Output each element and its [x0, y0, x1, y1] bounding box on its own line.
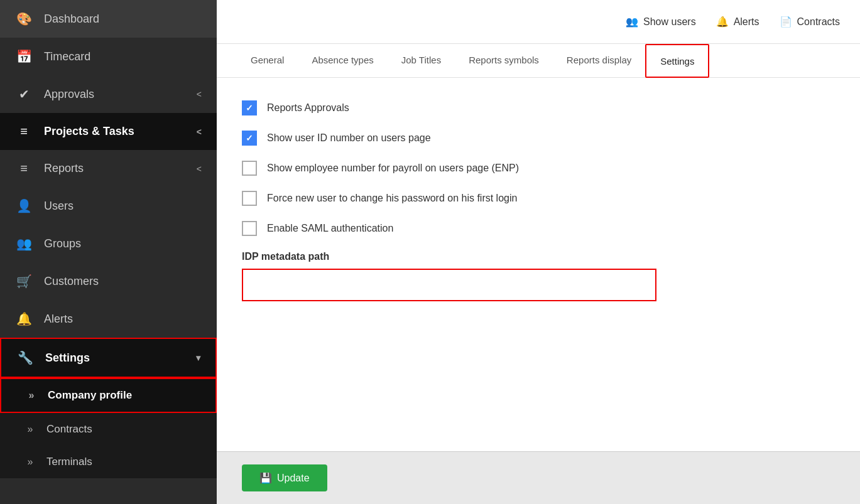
sidebar-item-groups[interactable]: 👥 Groups	[0, 225, 217, 262]
sidebar-item-label: Contracts	[46, 423, 92, 436]
settings-panel: Reports Approvals Show user ID number on…	[217, 78, 860, 451]
alerts-button[interactable]: 🔔 Alerts	[716, 16, 759, 28]
save-icon: 💾	[259, 472, 272, 484]
sidebar-item-users[interactable]: 👤 Users	[0, 187, 217, 225]
customers-icon: 🛒	[15, 274, 33, 289]
show-users-icon: 👥	[626, 16, 638, 28]
sidebar-item-label: Projects & Tasks	[44, 125, 134, 138]
chevron-down-icon: ▾	[196, 353, 200, 363]
idp-input[interactable]	[242, 269, 656, 301]
approvals-icon: ✔	[15, 87, 33, 102]
show-user-id-label: Show user ID number on users page	[267, 132, 431, 144]
tab-absence-types[interactable]: Absence types	[298, 44, 387, 78]
sidebar-item-dashboard[interactable]: 🎨 Dashboard	[0, 0, 217, 38]
reports-approvals-checkbox[interactable]	[242, 100, 257, 115]
main-content: 👥 Show users 🔔 Alerts 📄 Contracts Genera…	[217, 0, 860, 504]
sidebar-item-label: Settings	[45, 351, 90, 365]
sidebar-item-label: Users	[44, 200, 73, 213]
sidebar-item-label: Timecard	[44, 50, 90, 63]
show-users-button[interactable]: 👥 Show users	[626, 16, 696, 28]
force-password-change-row: Force new user to change his password on…	[242, 191, 835, 206]
sidebar-item-approvals[interactable]: ✔ Approvals <	[0, 75, 217, 113]
enable-saml-label: Enable SAML authentication	[267, 223, 393, 234]
alerts-icon: 🔔	[15, 311, 33, 326]
tab-reports-symbols[interactable]: Reports symbols	[455, 44, 553, 78]
sidebar-item-alerts[interactable]: 🔔 Alerts	[0, 300, 217, 338]
projects-tasks-icon: ≡	[15, 124, 33, 139]
sidebar-item-reports[interactable]: ≡ Reports <	[0, 150, 217, 187]
reports-approvals-row: Reports Approvals	[242, 100, 835, 115]
sidebar-item-company-profile[interactable]: » Company profile	[0, 378, 217, 413]
sidebar-item-customers[interactable]: 🛒 Customers	[0, 262, 217, 300]
alerts-icon: 🔔	[716, 16, 729, 28]
chevron-right-icon: »	[23, 424, 38, 435]
chevron-icon: <	[197, 127, 202, 137]
sidebar-item-label: Approvals	[44, 88, 94, 101]
reports-icon: ≡	[15, 161, 33, 176]
tab-settings[interactable]: Settings	[645, 44, 709, 78]
chevron-right-icon: »	[23, 456, 38, 468]
dashboard-icon: 🎨	[15, 11, 33, 26]
timecard-icon: 📅	[15, 49, 33, 64]
sidebar-item-projects-tasks[interactable]: ≡ Projects & Tasks <	[0, 113, 217, 150]
reports-approvals-label: Reports Approvals	[267, 102, 349, 114]
footer-bar: 💾 Update	[217, 451, 860, 504]
sidebar-item-label: Reports	[44, 162, 84, 175]
sidebar-item-terminals[interactable]: » Terminals	[0, 446, 217, 478]
contracts-button[interactable]: 📄 Contracts	[780, 16, 840, 28]
contracts-label: Contracts	[797, 16, 840, 28]
force-password-change-checkbox[interactable]	[242, 191, 257, 206]
idp-label: IDP metadata path	[242, 251, 835, 262]
tab-general[interactable]: General	[237, 44, 298, 78]
sidebar-item-label: Customers	[44, 275, 99, 288]
show-user-id-row: Show user ID number on users page	[242, 131, 835, 146]
topbar: 👥 Show users 🔔 Alerts 📄 Contracts	[217, 0, 860, 44]
tabbar: General Absence types Job Titles Reports…	[217, 44, 860, 78]
show-user-id-checkbox[interactable]	[242, 131, 257, 146]
enable-saml-checkbox[interactable]	[242, 221, 257, 236]
tab-job-titles[interactable]: Job Titles	[388, 44, 455, 78]
chevron-icon: <	[197, 164, 202, 174]
sidebar-item-contracts[interactable]: » Contracts	[0, 413, 217, 446]
alerts-label: Alerts	[734, 16, 759, 28]
chevron-right-icon: »	[24, 390, 39, 401]
force-password-change-label: Force new user to change his password on…	[267, 193, 517, 204]
show-employee-number-checkbox[interactable]	[242, 161, 257, 176]
chevron-icon: <	[197, 89, 202, 99]
update-button[interactable]: 💾 Update	[242, 464, 327, 491]
sidebar-item-label: Groups	[44, 237, 81, 250]
sidebar-item-label: Terminals	[46, 456, 92, 468]
show-employee-number-label: Show employee number for payroll on user…	[267, 163, 519, 174]
sidebar-item-settings[interactable]: 🔧 Settings ▾	[0, 338, 217, 378]
enable-saml-row: Enable SAML authentication	[242, 221, 835, 236]
sidebar-item-timecard[interactable]: 📅 Timecard	[0, 38, 217, 75]
contracts-icon: 📄	[780, 16, 792, 28]
sidebar-item-label: Alerts	[44, 313, 73, 326]
sidebar-item-label: Company profile	[48, 389, 132, 402]
content-area: Reports Approvals Show user ID number on…	[217, 78, 860, 504]
settings-icon: 🔧	[16, 350, 34, 365]
show-users-label: Show users	[643, 16, 696, 28]
tab-reports-display[interactable]: Reports display	[553, 44, 645, 78]
sidebar: 🎨 Dashboard 📅 Timecard ✔ Approvals < ≡ P…	[0, 0, 217, 504]
update-label: Update	[277, 473, 310, 484]
sidebar-item-label: Dashboard	[44, 13, 99, 26]
groups-icon: 👥	[15, 236, 33, 251]
show-employee-number-row: Show employee number for payroll on user…	[242, 161, 835, 176]
users-icon: 👤	[15, 198, 33, 213]
